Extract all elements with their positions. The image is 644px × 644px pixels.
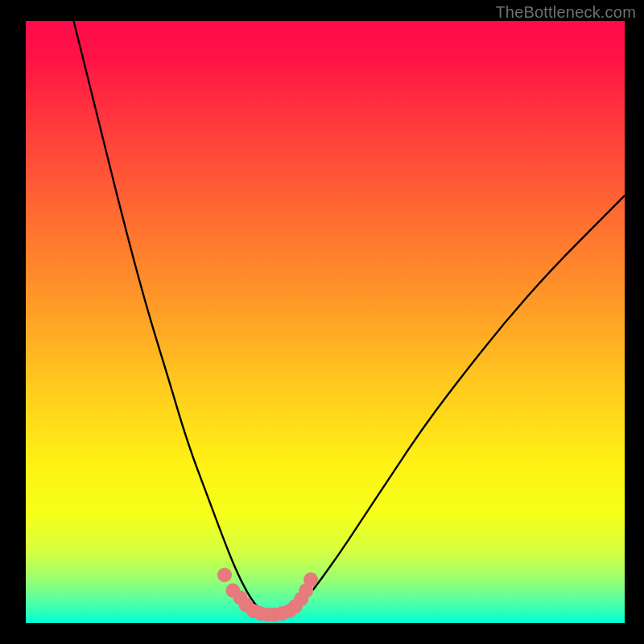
bottleneck-curve <box>74 21 625 614</box>
curve-layer <box>26 21 625 623</box>
highlight-dot <box>217 568 232 582</box>
highlight-dot <box>303 572 318 587</box>
highlight-dots <box>217 568 318 621</box>
plot-area <box>26 21 625 623</box>
chart-frame: TheBottleneck.com <box>0 0 644 644</box>
watermark-text: TheBottleneck.com <box>495 3 636 22</box>
